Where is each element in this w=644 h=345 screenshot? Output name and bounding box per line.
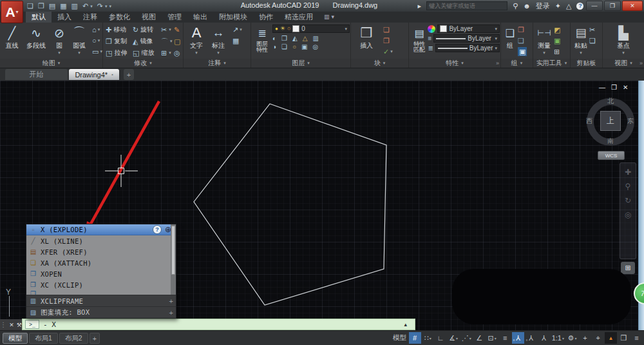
dimension-button[interactable]: ↔ 标注 ▾ bbox=[207, 23, 230, 59]
group-button[interactable]: ❑ 组 bbox=[502, 23, 518, 59]
search-icon[interactable]: ⚲ bbox=[513, 3, 518, 10]
ungroup-button[interactable]: ❐ bbox=[518, 25, 527, 34]
popup-scrollbar[interactable] bbox=[171, 224, 176, 295]
search-input[interactable] bbox=[426, 1, 507, 10]
command-help-icon[interactable]: ? bbox=[153, 225, 162, 234]
measure-button[interactable]: ⊢⊣ 测量 ▾ bbox=[535, 23, 554, 59]
signin-label[interactable]: 登录 bbox=[536, 1, 550, 11]
lineweight-dropdown[interactable]: ByLayer ▾ bbox=[433, 34, 500, 43]
isolate-objects-button[interactable]: ⌖ bbox=[592, 332, 604, 344]
new-icon[interactable]: ❏ bbox=[27, 3, 33, 10]
command-customize-icon[interactable]: ⚒ bbox=[17, 322, 22, 328]
cut-button[interactable]: ✂ bbox=[589, 25, 596, 34]
annotation-scale-button[interactable]: Y bbox=[538, 332, 550, 344]
viewcube-top-face[interactable]: 上 bbox=[600, 111, 621, 131]
viewcube-north-label[interactable]: 北 bbox=[585, 97, 636, 106]
popup-sysvar-hatch[interactable]: ▨ 图案填充: BOX + bbox=[26, 306, 176, 318]
layer-properties-button[interactable]: ≣ 图层 特性 bbox=[253, 23, 271, 59]
redo-caret-icon[interactable]: ▾ bbox=[105, 4, 108, 8]
polar-toggle[interactable]: ∡▾ bbox=[448, 332, 460, 344]
annotation-visibility-toggle[interactable]: Y bbox=[512, 332, 524, 344]
layer-walk-icon[interactable]: ▣ bbox=[301, 44, 307, 50]
show-motion-icon[interactable]: ⊞ bbox=[621, 262, 635, 274]
popup-sysvar-xclipframe[interactable]: ▥ XCLIPFRAME + bbox=[26, 295, 176, 306]
rectangle-button[interactable]: ▭▾ bbox=[92, 47, 102, 56]
mirror-button[interactable]: ◭镜像 bbox=[133, 37, 161, 46]
drawing-restore-icon[interactable]: ❐ bbox=[611, 84, 617, 91]
popup-item-explode[interactable]: ▫ X (EXPLODE) ? ⊕ bbox=[26, 224, 176, 235]
quick-select-button[interactable]: ◩ bbox=[554, 25, 560, 34]
viewcube[interactable]: 北 西 东 南 上 WCS bbox=[585, 95, 636, 160]
command-line-grip[interactable]: ⋮ ✕ ⚒ bbox=[0, 319, 22, 330]
calculator-button[interactable]: ⊞ bbox=[554, 47, 560, 56]
move-button[interactable]: ✚移动 bbox=[106, 25, 133, 34]
properties-panel-label[interactable]: 特性 ▾ » bbox=[409, 59, 500, 68]
pentagon-shape[interactable] bbox=[194, 104, 386, 305]
base-button[interactable]: ▙ 基点 ▾ bbox=[612, 23, 634, 59]
view-dialog-launcher-icon[interactable]: » bbox=[639, 60, 643, 66]
popup-scrollbar-thumb[interactable] bbox=[171, 226, 175, 275]
layer-isolate-icon[interactable]: ◐ bbox=[272, 35, 276, 42]
start-tab[interactable]: 开始 bbox=[5, 69, 68, 80]
ortho-toggle[interactable]: ∟ bbox=[435, 332, 447, 344]
group-panel-label[interactable]: 组 ▾ bbox=[501, 59, 533, 68]
linetype-dropdown[interactable]: ByLayer ▾ bbox=[435, 44, 500, 52]
pin-icon[interactable]: ▪ bbox=[111, 72, 113, 77]
model-tab[interactable]: 模型 bbox=[3, 333, 28, 344]
color-dropdown[interactable]: ByLayer ▾ bbox=[437, 25, 500, 33]
utilities-panel-label[interactable]: 实用工具 ▾ bbox=[533, 59, 570, 68]
layer-make-current-icon[interactable]: ▥ bbox=[312, 35, 318, 42]
arc-caret-icon[interactable]: ▾ bbox=[78, 50, 80, 55]
workspace-switching-button[interactable]: ⚙▾ bbox=[566, 332, 578, 344]
drawing-tab[interactable]: Drawing4* ▪ bbox=[69, 69, 119, 80]
erase-button[interactable]: ✎ bbox=[174, 26, 180, 34]
isodraft-toggle[interactable]: ⋰▾ bbox=[460, 332, 473, 344]
layout2-tab[interactable]: 布局2 bbox=[59, 333, 88, 344]
command-close-icon[interactable]: ✕ bbox=[9, 322, 14, 328]
viewcube-west-label[interactable]: 西 bbox=[586, 117, 592, 126]
layer-previous-icon[interactable]: ❏ bbox=[281, 44, 287, 50]
save-icon[interactable]: ▤ bbox=[49, 3, 55, 10]
tab-featured-apps[interactable]: 精选应用 bbox=[279, 12, 319, 23]
match-properties-button[interactable]: ▤ 特性 匹配 bbox=[411, 23, 428, 59]
account-icon[interactable]: ☻ bbox=[523, 3, 531, 10]
lineweight-toggle[interactable]: ≡ bbox=[499, 332, 511, 344]
group-edit-button[interactable]: ❏ bbox=[518, 36, 527, 45]
scale-dropdown[interactable]: 1:1▾ bbox=[551, 332, 565, 344]
annotation-monitor-button[interactable]: + bbox=[579, 332, 591, 344]
explode-button[interactable]: ◎ bbox=[174, 49, 180, 57]
stretch-button[interactable]: ◳拉伸 bbox=[106, 48, 133, 57]
clean-screen-button[interactable]: ❒ bbox=[618, 332, 630, 344]
group-selection-toggle[interactable]: ▣ bbox=[518, 47, 527, 56]
array-button[interactable]: ⊞▾ bbox=[161, 49, 174, 57]
graphics-performance-button[interactable]: ▲ bbox=[605, 332, 617, 344]
application-menu-button[interactable]: A ▾ bbox=[1, 1, 23, 23]
layers-panel-label[interactable]: 图层 ▾ bbox=[251, 59, 350, 68]
open-icon[interactable]: ❐ bbox=[38, 3, 44, 10]
maximize-button[interactable]: ❐ bbox=[604, 1, 621, 11]
draw-panel-label[interactable]: 绘图 ▾ bbox=[0, 59, 102, 68]
popup-item-xopen[interactable]: ❐ XOPEN bbox=[26, 268, 176, 279]
block-panel-label[interactable]: 块 ▾ bbox=[351, 59, 408, 68]
layer-freeze-tool-icon[interactable]: ◭ bbox=[292, 35, 298, 42]
text-button[interactable]: A 文字 ▾ bbox=[186, 23, 207, 59]
orbit-icon[interactable]: ↻ bbox=[625, 197, 631, 204]
polyline-button[interactable]: ∿ 多段线 bbox=[23, 23, 50, 59]
tab-view[interactable]: 视图 bbox=[136, 12, 162, 23]
leader-button[interactable]: ↗▾ bbox=[232, 25, 242, 34]
table-button[interactable]: ▦ bbox=[232, 36, 242, 45]
offset-button[interactable]: ▢ bbox=[174, 37, 180, 46]
layer-match-icon[interactable]: ◑ bbox=[272, 44, 276, 50]
layout1-tab[interactable]: 布局1 bbox=[29, 333, 58, 344]
grid-toggle[interactable]: # bbox=[409, 332, 421, 344]
new-drawing-tab-button[interactable]: + bbox=[124, 69, 134, 80]
redo-icon[interactable]: ↷ bbox=[97, 3, 103, 10]
pan-icon[interactable]: ✚ bbox=[625, 168, 631, 176]
tab-insert[interactable]: 插入 bbox=[52, 12, 77, 23]
command-line[interactable]: >_ - X ▴ bbox=[22, 319, 415, 330]
layer-unlock-icon[interactable]: ○ bbox=[292, 44, 296, 50]
view-panel-label[interactable]: 视图 ▾ » bbox=[603, 59, 644, 68]
popup-item-xclip[interactable]: ❒ XC (XCLIP) bbox=[26, 279, 176, 290]
wcs-button[interactable]: WCS bbox=[598, 151, 625, 160]
tab-collaborate[interactable]: 协作 bbox=[253, 12, 279, 23]
